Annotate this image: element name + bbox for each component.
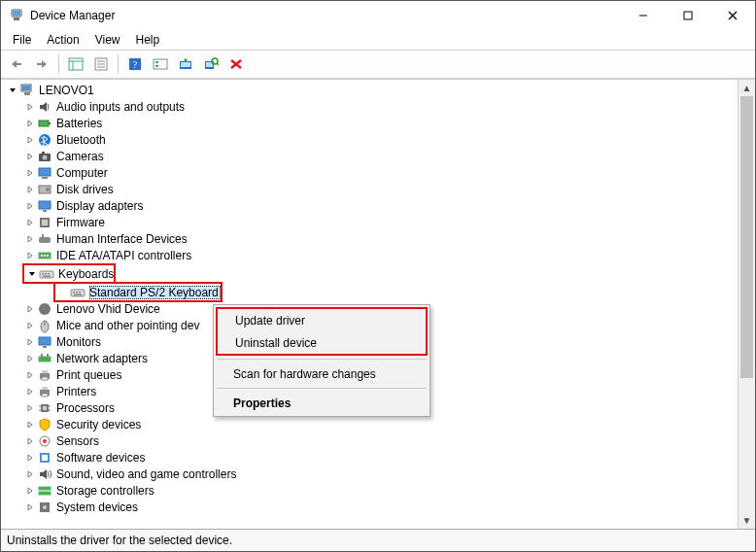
tree-item[interactable]: Display adapters	[1, 197, 738, 214]
tree-item[interactable]: Disk drives	[1, 181, 738, 197]
expand-arrow-icon[interactable]	[22, 115, 37, 131]
expand-arrow-icon[interactable]	[22, 333, 37, 350]
ctx-uninstall-device[interactable]: Uninstall device	[218, 331, 426, 354]
ctx-separator	[217, 388, 427, 389]
tree-item[interactable]: Sound, video and game controllers	[1, 466, 738, 482]
security-icon	[37, 417, 52, 432]
scroll-thumb[interactable]	[740, 96, 753, 378]
tree-item[interactable]: Security devices	[1, 416, 738, 432]
scroll-up-arrow[interactable]: ▲	[739, 80, 755, 96]
svg-text:?: ?	[133, 59, 138, 70]
svg-rect-66	[43, 346, 47, 348]
svg-point-41	[46, 188, 50, 191]
ctx-properties[interactable]: Properties	[216, 392, 428, 414]
collapse-arrow-icon[interactable]	[24, 265, 39, 282]
expand-arrow-icon[interactable]	[22, 416, 37, 432]
camera-icon	[37, 149, 52, 164]
scroll-track[interactable]	[739, 96, 755, 512]
expand-arrow-icon[interactable]	[22, 482, 37, 499]
close-button[interactable]	[710, 1, 755, 30]
expand-arrow-icon[interactable]	[22, 300, 37, 317]
tree-item-label: Standard PS/2 Keyboard	[89, 286, 221, 299]
expand-arrow-icon[interactable]	[22, 131, 37, 148]
scan-hardware-button[interactable]	[199, 52, 223, 76]
ctx-scan-hardware[interactable]: Scan for hardware changes	[216, 362, 428, 385]
tree-item-keyboards[interactable]: Keyboards	[24, 265, 114, 282]
expand-arrow-icon[interactable]	[22, 383, 37, 399]
computer-root-icon	[19, 83, 35, 98]
expand-arrow-icon[interactable]	[22, 317, 37, 333]
svg-rect-42	[39, 201, 51, 209]
expand-arrow-icon[interactable]	[22, 197, 37, 214]
expand-arrow-icon[interactable]	[22, 432, 37, 449]
mouse-icon	[37, 318, 52, 333]
minimize-button[interactable]	[621, 1, 666, 30]
tree-item[interactable]: Computer	[1, 164, 738, 181]
tree-item[interactable]: IDE ATA/ATAPI controllers	[1, 247, 738, 263]
forward-button[interactable]	[30, 52, 53, 76]
bluetooth-icon	[37, 132, 52, 148]
svg-rect-50	[44, 255, 46, 257]
expand-arrow-icon[interactable]	[22, 164, 37, 181]
expand-arrow-icon[interactable]	[22, 148, 37, 164]
expand-arrow-icon[interactable]	[22, 399, 37, 416]
svg-rect-55	[48, 273, 50, 275]
help-button[interactable]: ?	[123, 52, 147, 76]
tree-item[interactable]: Cameras	[1, 148, 738, 164]
menu-help[interactable]: Help	[128, 31, 168, 49]
tree-item[interactable]: Sensors	[1, 432, 738, 449]
expand-arrow-icon[interactable]	[22, 499, 37, 515]
software-icon	[37, 450, 52, 466]
action-button[interactable]	[149, 52, 172, 76]
tree-item-label: Firmware	[56, 216, 105, 229]
scroll-down-arrow[interactable]: ▼	[739, 512, 755, 529]
expand-arrow-icon[interactable]	[22, 230, 37, 247]
tree-item-standard-ps2-keyboard[interactable]: Standard PS/2 Keyboard	[55, 284, 221, 300]
computer-icon	[37, 165, 52, 181]
tree-item[interactable]: Batteries	[1, 115, 738, 131]
tree-item[interactable]: Human Interface Devices	[1, 230, 738, 247]
tree-item[interactable]: System devices	[1, 499, 738, 515]
show-hide-tree-button[interactable]	[64, 52, 87, 76]
tree-item-label: Bluetooth	[56, 133, 106, 147]
maximize-button[interactable]	[666, 1, 710, 30]
menu-action[interactable]: Action	[39, 31, 86, 49]
update-driver-button[interactable]	[174, 52, 197, 76]
properties-button[interactable]	[89, 52, 113, 76]
svg-rect-33	[49, 122, 51, 124]
svg-rect-87	[39, 492, 51, 495]
expand-arrow-icon[interactable]	[22, 350, 37, 366]
expand-arrow-icon[interactable]	[22, 449, 37, 466]
tree-item[interactable]: Firmware	[1, 214, 738, 230]
expand-arrow-icon[interactable]	[22, 466, 37, 482]
menu-file[interactable]: File	[5, 31, 39, 49]
expand-arrow-icon[interactable]	[22, 181, 37, 197]
svg-rect-30	[22, 86, 30, 90]
uninstall-device-button[interactable]	[224, 52, 248, 76]
menu-view[interactable]: View	[87, 31, 128, 49]
tree-item[interactable]: Bluetooth	[1, 131, 738, 148]
back-button[interactable]	[5, 52, 28, 76]
svg-rect-39	[42, 177, 48, 179]
tree-item[interactable]: Audio inputs and outputs	[1, 98, 738, 115]
expand-arrow-icon[interactable]	[22, 247, 37, 263]
expand-arrow-icon[interactable]	[22, 214, 37, 230]
svg-rect-71	[42, 370, 48, 373]
expand-arrow-icon[interactable]	[22, 366, 37, 383]
tree-item[interactable]: Software devices	[1, 449, 738, 466]
tree-item-label: Lenovo Vhid Device	[56, 302, 160, 316]
ide-icon	[37, 248, 52, 263]
tree-item-label: Network adapters	[56, 352, 148, 365]
collapse-arrow-icon[interactable]	[5, 82, 19, 98]
expand-arrow-icon[interactable]	[22, 98, 37, 115]
storage-icon	[37, 483, 52, 499]
svg-rect-77	[43, 406, 47, 410]
ctx-update-driver[interactable]: Update driver	[218, 309, 426, 331]
vertical-scrollbar[interactable]: ▲ ▼	[738, 80, 755, 529]
svg-rect-70	[40, 373, 50, 379]
tree-item[interactable]: Storage controllers	[1, 482, 738, 499]
svg-rect-29	[21, 85, 31, 91]
svg-rect-18	[154, 59, 167, 69]
tree-root[interactable]: LENOVO1	[1, 82, 738, 98]
tree-item-label: Sensors	[56, 434, 99, 448]
